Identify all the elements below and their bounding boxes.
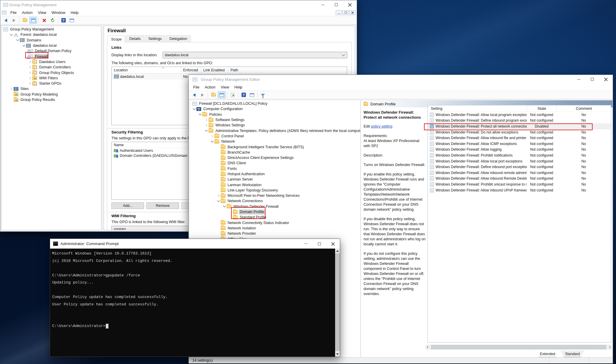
tree-item[interactable]: Control Panel: [190, 133, 360, 139]
tree-item[interactable]: Policies: [190, 112, 360, 117]
tree-item[interactable]: Network Connectivity Status Indicator: [190, 220, 360, 226]
setting-row[interactable]: Windows Defender Firewall: Allow ICMP ex…: [428, 141, 611, 147]
new-window-icon[interactable]: [248, 91, 256, 98]
tree-item[interactable]: Microsoft Peer-to-Peer Networking Servic…: [190, 193, 360, 198]
setting-row[interactable]: Windows Defender Firewall: Define inboun…: [428, 118, 611, 124]
view-tab[interactable]: Standard: [561, 350, 584, 357]
delete-icon[interactable]: [40, 17, 48, 24]
tree-item[interactable]: Firewall: [2, 54, 101, 59]
minimize-button[interactable]: [299, 239, 313, 249]
setting-row[interactable]: Windows Defender Firewall: Define inboun…: [428, 164, 611, 170]
tree-item[interactable]: Group Policy Management: [2, 27, 101, 32]
tree-item[interactable]: DNS Client: [190, 160, 360, 166]
show-console-tree-icon[interactable]: [218, 91, 225, 98]
menu-item[interactable]: Help: [232, 84, 245, 90]
expand-chevron-icon[interactable]: [216, 195, 220, 197]
expand-chevron-icon[interactable]: [222, 206, 226, 207]
close-button[interactable]: [343, 0, 357, 9]
expand-chevron-icon[interactable]: [28, 66, 32, 68]
tree-item[interactable]: Windows Defender Firewall: [190, 204, 360, 209]
cmd-titlebar[interactable]: Administrator: Command Prompt: [50, 239, 340, 249]
setting-row[interactable]: Windows Defender Firewall: Allow local p…: [428, 112, 611, 118]
scroll-up-icon[interactable]: [335, 249, 340, 253]
setting-row[interactable]: Windows Defender Firewall: Allow inbound…: [428, 176, 611, 182]
gpme-titlebar[interactable]: Group Policy Management Editor: [189, 75, 613, 84]
mdi-system-icon[interactable]: [2, 11, 7, 15]
menu-item[interactable]: Help: [68, 9, 81, 16]
tree-item[interactable]: Sites: [2, 86, 101, 91]
gpo-tab[interactable]: Details: [126, 35, 144, 42]
action-button[interactable]: Remove: [146, 202, 179, 209]
tree-item[interactable]: Firewall [DC1.DAEDALUS.LOCAL] Policy: [190, 101, 360, 106]
expand-chevron-icon[interactable]: [204, 119, 208, 121]
setting-row[interactable]: Windows Defender Firewall: Allow local p…: [428, 158, 611, 164]
scrollbar-thumb[interactable]: [431, 345, 606, 349]
close-button[interactable]: [599, 75, 613, 84]
tree-item[interactable]: DirectAccess Client Experience Settings: [190, 155, 360, 160]
setting-row[interactable]: Windows Defender Firewall: Prohibit noti…: [428, 152, 611, 158]
setting-row[interactable]: Windows Defender Firewall: Allow inbound…: [428, 135, 611, 141]
mdi-close-button[interactable]: [349, 10, 356, 15]
menu-item[interactable]: View: [218, 84, 232, 90]
show-console-tree-icon[interactable]: [29, 17, 37, 24]
tree-item[interactable]: Lanman Server: [190, 177, 360, 182]
tree-item[interactable]: Computer Configuration: [190, 106, 360, 112]
mdi-minimize-button[interactable]: [336, 10, 342, 15]
expand-chevron-icon[interactable]: [15, 40, 20, 41]
expand-chevron-icon[interactable]: [22, 45, 26, 46]
tree-item[interactable]: Link-Layer Topology Discovery: [190, 188, 360, 193]
new-window-icon[interactable]: [68, 17, 76, 24]
tree-item[interactable]: Forest: daedalus.local: [2, 32, 101, 37]
expand-chevron-icon[interactable]: [28, 72, 32, 74]
expand-chevron-icon[interactable]: [210, 141, 214, 142]
tree-item[interactable]: BranchCache: [190, 150, 360, 155]
close-button[interactable]: [326, 239, 340, 249]
tree-item[interactable]: Daedalus Users: [2, 59, 101, 65]
tree-item[interactable]: Hotspot Authentication: [190, 171, 360, 177]
tree-item[interactable]: Administrative Templates: Policy definit…: [190, 128, 360, 133]
menu-item[interactable]: Window: [49, 9, 68, 16]
tree-item[interactable]: Default Domain Policy: [2, 48, 101, 54]
menu-item[interactable]: Action: [202, 84, 218, 90]
back-button[interactable]: [2, 17, 9, 24]
menu-item[interactable]: File: [8, 9, 19, 16]
maximize-button[interactable]: [585, 75, 599, 84]
tree-item[interactable]: Network Provider: [190, 231, 360, 236]
gpo-tab[interactable]: Settings: [145, 35, 165, 42]
gpm-titlebar[interactable]: Group Policy Management: [0, 0, 357, 9]
tree-item[interactable]: Group Policy Modeling: [2, 92, 101, 97]
expand-chevron-icon[interactable]: [216, 201, 220, 202]
console-output[interactable]: Microsoft Windows [Version 10.0.17763.16…: [50, 249, 340, 357]
gpo-tab[interactable]: Delegation: [166, 35, 191, 42]
menu-item[interactable]: Action: [19, 9, 35, 16]
tree-item[interactable]: Domain Profile: [190, 209, 360, 215]
expand-chevron-icon[interactable]: [9, 34, 13, 35]
gpo-tab[interactable]: Scope: [108, 36, 125, 42]
action-button[interactable]: Add...: [111, 202, 144, 209]
scroll-right-icon[interactable]: [607, 344, 612, 350]
export-list-icon[interactable]: [229, 91, 236, 98]
tree-item[interactable]: Group Policy Results: [2, 97, 101, 102]
tree-item[interactable]: Network: [190, 139, 360, 144]
menu-item[interactable]: File: [191, 84, 202, 90]
up-level-icon[interactable]: [21, 17, 29, 24]
tree-item[interactable]: Starter GPOs: [2, 81, 101, 86]
filter-icon[interactable]: [259, 91, 267, 98]
expand-chevron-icon[interactable]: [28, 77, 32, 79]
expand-chevron-icon[interactable]: [192, 109, 196, 109]
tree-item[interactable]: Group Policy Objects: [2, 70, 101, 75]
tree-item[interactable]: Fonts: [190, 166, 360, 171]
help-icon[interactable]: [60, 17, 67, 24]
expand-chevron-icon[interactable]: [28, 83, 32, 84]
tree-item[interactable]: Windows Settings: [190, 123, 360, 128]
settings-list-header[interactable]: Setting State Comment: [428, 105, 611, 112]
setting-row[interactable]: Windows Defender Firewall: Protect all n…: [428, 123, 611, 129]
tree-item[interactable]: Background Intelligent Transfer Service …: [190, 144, 360, 149]
setting-row[interactable]: Windows Defender Firewall: Allow inbound…: [428, 170, 611, 176]
tree-item[interactable]: Domain Controllers: [2, 65, 101, 70]
expand-chevron-icon[interactable]: [210, 135, 214, 137]
refresh-icon[interactable]: [49, 17, 56, 24]
menu-item[interactable]: View: [35, 9, 49, 16]
minimize-button[interactable]: [316, 0, 329, 9]
expand-chevron-icon[interactable]: [28, 61, 32, 63]
